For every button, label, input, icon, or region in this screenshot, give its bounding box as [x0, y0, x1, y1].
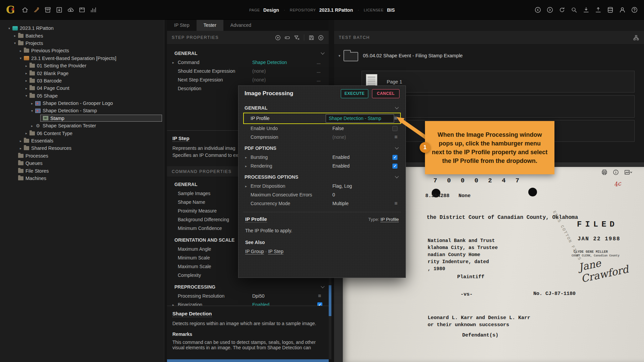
- expand-arrow-icon[interactable]: ▸: [245, 164, 251, 168]
- tree-item-05-shape[interactable]: ▾05 Shape: [0, 92, 164, 100]
- upload-icon[interactable]: [595, 6, 602, 13]
- clear-filter-icon[interactable]: [293, 35, 300, 41]
- image-options-icon[interactable]: [624, 169, 633, 176]
- tab-ip-step[interactable]: IP Step: [167, 20, 197, 31]
- forward-icon[interactable]: [546, 6, 553, 13]
- expand-arrow-icon[interactable]: ▸: [18, 49, 23, 53]
- property-row-command[interactable]: ▸ Command Shape Detection ...: [167, 58, 329, 67]
- tree-item-machines[interactable]: Machines: [0, 175, 164, 182]
- ellipsis-button[interactable]: ...: [317, 68, 329, 74]
- toggle-capsule-icon[interactable]: [284, 35, 290, 41]
- row-max-consecutive-errors[interactable]: Maximum Consecutive Errors 0: [243, 190, 401, 199]
- tree-item-shared-resources[interactable]: ▸Shared Resources: [0, 144, 164, 152]
- tree-item-04-page-count[interactable]: ▸04 Page Count: [0, 84, 164, 92]
- help-icon[interactable]: [631, 6, 638, 13]
- expand-arrow-icon[interactable]: ▸: [30, 102, 35, 105]
- ip-step-link[interactable]: IP Step: [268, 249, 283, 254]
- ellipsis-button[interactable]: ...: [317, 60, 329, 65]
- shape-detection-help-title[interactable]: Shape Detection: [172, 311, 212, 317]
- tree-item-previous-projects[interactable]: ▸Previous Projects: [0, 47, 164, 54]
- execute-button[interactable]: EXECUTE: [341, 89, 368, 98]
- save-icon[interactable]: [308, 35, 315, 41]
- hierarchy-icon[interactable]: [633, 35, 639, 41]
- tab-advanced[interactable]: Advanced: [223, 20, 258, 31]
- licensee-value[interactable]: BIS: [387, 7, 395, 13]
- tree-item-file-stores[interactable]: File Stores: [0, 167, 164, 174]
- cloud-upload-icon[interactable]: [67, 6, 74, 13]
- group-header-processing-options[interactable]: PROCESSING OPTIONS: [243, 172, 401, 182]
- command-value[interactable]: Shape Detection: [252, 60, 317, 65]
- vertical-scrollbar-thumb[interactable]: [329, 285, 331, 316]
- row-concurrency-mode[interactable]: Concurrency Mode Multiple ≡: [243, 199, 401, 208]
- tree-item-essentials[interactable]: ▸Essentials: [0, 137, 164, 144]
- ip-group-link[interactable]: IP Group: [245, 249, 264, 254]
- expand-arrow-icon[interactable]: ▸: [24, 79, 29, 82]
- archive-box-icon[interactable]: [44, 6, 51, 13]
- property-row-processing-resolution[interactable]: Processing Resolution Dpi50 ≡: [167, 292, 329, 300]
- expand-arrow-icon[interactable]: ▸: [24, 64, 29, 68]
- expand-arrow-icon[interactable]: ▾: [18, 56, 23, 60]
- cancel-button[interactable]: CANCEL: [372, 89, 399, 98]
- tree-item-batches[interactable]: ▸Batches: [0, 32, 164, 39]
- expand-arrow-icon[interactable]: ▸: [172, 303, 178, 306]
- package-icon[interactable]: [78, 6, 86, 13]
- tree-item-03-barcode[interactable]: ▸03 Barcode: [0, 77, 164, 84]
- help-title[interactable]: IP Profile: [245, 216, 267, 223]
- tab-tester[interactable]: Tester: [197, 20, 223, 31]
- hamburger-menu-icon[interactable]: ≡: [318, 293, 329, 299]
- bar-chart-icon[interactable]: [90, 6, 97, 13]
- checkbox-checked[interactable]: ✓: [317, 302, 322, 306]
- row-compression[interactable]: Compression (none) ≡: [243, 133, 401, 141]
- type-link[interactable]: IP Profile: [380, 217, 399, 222]
- tools-icon[interactable]: [33, 6, 40, 13]
- group-header-preprocessing[interactable]: PREPROCESSING: [167, 282, 329, 292]
- row-rendering[interactable]: ▸ Rendering Enabled ✓: [243, 162, 401, 170]
- group-header-pdf-options[interactable]: PDF OPTIONS: [243, 143, 401, 153]
- property-row-binarization[interactable]: ▸ Binarization Enabled ✓: [167, 300, 329, 306]
- ip-step-help-title[interactable]: IP Step: [172, 135, 190, 142]
- expand-arrow-icon[interactable]: ▸: [30, 124, 35, 128]
- info-icon[interactable]: [612, 169, 619, 176]
- hamburger-menu-icon[interactable]: ≡: [389, 200, 397, 206]
- selected-tree-item[interactable]: Stamp: [40, 115, 162, 122]
- row-bursting[interactable]: ▸ Bursting Enabled ✓: [243, 153, 401, 162]
- expand-arrow-icon[interactable]: ▸: [24, 131, 29, 135]
- expand-arrow-icon[interactable]: ▸: [245, 184, 251, 188]
- checkbox-checked[interactable]: ✓: [392, 155, 397, 160]
- tree-item-02-blank-page[interactable]: ▸02 Blank Page: [0, 69, 164, 77]
- checkbox-checked[interactable]: ✓: [392, 164, 397, 169]
- expand-arrow-icon[interactable]: ▸: [18, 139, 23, 143]
- user-icon[interactable]: [619, 6, 626, 13]
- expand-arrow-icon[interactable]: ▾: [30, 109, 35, 113]
- expand-arrow-icon[interactable]: ▾: [7, 26, 12, 30]
- expand-arrow-icon[interactable]: ▸: [24, 71, 29, 75]
- property-row-next-step[interactable]: Next Step Expression (none) ...: [167, 75, 329, 84]
- back-icon[interactable]: [534, 6, 541, 13]
- tree-item-01-setting-the-provider[interactable]: ▸01 Setting the Provider: [0, 62, 164, 69]
- tree-item-23-1-event-based-separation[interactable]: ▾23.1 Event-Based Separation [Projects]: [0, 55, 164, 62]
- run-test-icon[interactable]: [275, 35, 281, 41]
- tree-item-queues[interactable]: Queues: [0, 160, 164, 167]
- tree-item-stamp[interactable]: Stamp: [0, 115, 164, 122]
- expand-arrow-icon[interactable]: ▸: [24, 86, 29, 90]
- database-stack-icon[interactable]: [607, 6, 614, 13]
- page-value[interactable]: Design: [263, 7, 279, 13]
- tree-item-06-content-type[interactable]: ▸06 Content Type: [0, 129, 164, 137]
- tree-item-shape-detection-grooper-logo[interactable]: ▸Shape Detection - Grooper Logo: [0, 100, 164, 107]
- property-row-should-execute[interactable]: Should Execute Expression (none) ...: [167, 67, 329, 75]
- ellipsis-button[interactable]: ...: [317, 77, 329, 82]
- tree-item-processes[interactable]: Processes: [0, 152, 164, 160]
- tree-item-projects[interactable]: ▾Projects: [0, 40, 164, 47]
- expand-arrow-icon[interactable]: ▸: [18, 146, 23, 150]
- row-error-disposition[interactable]: ▸ Error Disposition Flag, Log: [243, 182, 401, 190]
- expand-arrow-icon[interactable]: ▸: [12, 34, 17, 38]
- print-icon[interactable]: [601, 169, 608, 176]
- batch-folder-row[interactable]: ▾ 05.04.02 Shape Event - Filing Stamp Ex…: [337, 51, 644, 61]
- home-icon[interactable]: [21, 6, 29, 13]
- repository-value[interactable]: 2023.1 RPatton: [319, 7, 353, 13]
- expand-arrow-icon[interactable]: ▸: [172, 61, 178, 64]
- ip-profile-dropdown[interactable]: Shape Detection - Stamp: [326, 114, 394, 123]
- row-enable-undo[interactable]: Enable Undo False: [243, 124, 401, 133]
- tree-item-shape-separation-tester[interactable]: ▸⚙Shape Separation Tester: [0, 122, 164, 129]
- search-icon[interactable]: [571, 6, 578, 13]
